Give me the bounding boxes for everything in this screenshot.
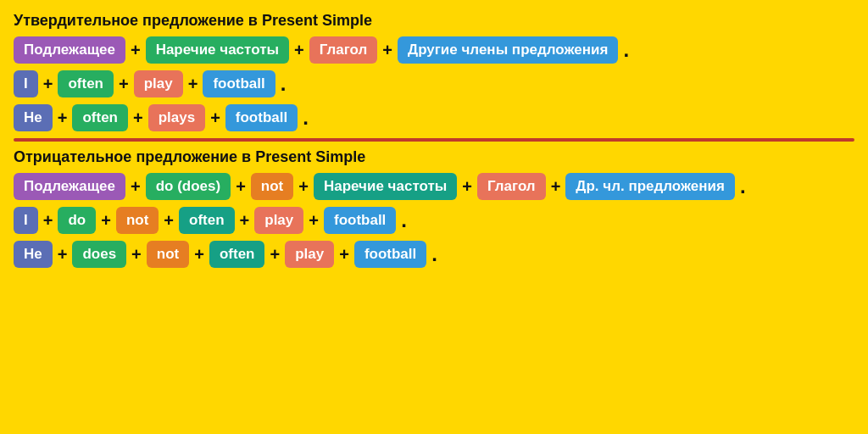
plus-ne1-2: +	[101, 211, 111, 231]
pill-adverb: Наречие частоты	[146, 36, 289, 64]
pill-neg-adverb: Наречие частоты	[314, 173, 457, 200]
dot-neg-formula: .	[740, 175, 746, 198]
pill-plays: plays	[148, 104, 205, 131]
pill-football-neg2: football	[354, 241, 426, 268]
plus-e1-3: +	[188, 75, 198, 94]
pill-play-neg1: play	[254, 207, 303, 234]
plus-n1: +	[131, 177, 141, 197]
plus-n5: +	[551, 177, 561, 197]
pill-not2: not	[147, 241, 189, 268]
pill-football2: football	[225, 104, 298, 131]
section2-formula: Подлежащее + do (does) + not + Наречие ч…	[14, 173, 854, 200]
pill-he-neg: He	[14, 241, 53, 268]
dot-ne1: .	[401, 209, 407, 232]
plus3: +	[382, 41, 392, 60]
dot1: .	[623, 38, 629, 62]
plus-ne1-1: +	[43, 211, 53, 231]
pill-often1: often	[58, 70, 114, 97]
pill-not1: not	[116, 207, 159, 234]
section2-example2: He + does + not + often + play + footbal…	[14, 241, 854, 268]
plus-ne2-1: +	[58, 245, 68, 264]
plus1: +	[131, 41, 141, 60]
pill-often-neg1: often	[179, 207, 235, 234]
pill-subject: Подлежащее	[14, 36, 125, 64]
pill-football-neg1: football	[324, 207, 396, 234]
dot-e2: .	[303, 106, 309, 130]
plus2: +	[294, 41, 304, 60]
pill-often-neg2: often	[209, 241, 265, 268]
divider	[14, 138, 854, 142]
pill-play-neg2: play	[285, 241, 334, 268]
plus-e2-3: +	[210, 108, 220, 128]
section2-title: Отрицательное предложение в Present Simp…	[14, 148, 854, 166]
pill-play1: play	[134, 70, 183, 97]
plus-n2: +	[236, 177, 246, 197]
pill-other-neg: Др. чл. предложения	[565, 173, 735, 200]
plus-e1-1: +	[43, 75, 53, 94]
plus-n4: +	[462, 177, 472, 197]
pill-neg-verb: Глагол	[477, 173, 546, 200]
plus-ne1-4: +	[240, 211, 250, 231]
plus-ne2-3: +	[194, 245, 204, 264]
pill-neg-subject: Подлежащее	[14, 173, 125, 200]
plus-e2-1: +	[58, 108, 68, 128]
section2-example1: I + do + not + often + play + football .	[14, 207, 854, 234]
pill-i1: I	[14, 70, 38, 97]
plus-ne2-2: +	[131, 245, 142, 264]
plus-ne2-4: +	[270, 245, 280, 264]
plus-ne1-5: +	[309, 211, 319, 231]
dot-ne2: .	[431, 242, 437, 266]
pill-does: does	[72, 241, 126, 268]
pill-i-neg1: I	[14, 207, 38, 234]
section1-title: Утвердительное предложение в Present Sim…	[14, 12, 854, 30]
pill-other-members: Другие члены предложения	[398, 36, 618, 64]
plus-n3: +	[298, 177, 309, 197]
plus-e2-2: +	[133, 108, 143, 128]
section1-example1: I + often + play + football .	[14, 70, 854, 97]
plus-e1-2: +	[119, 75, 129, 94]
pill-he1: He	[14, 104, 53, 131]
pill-verb: Глагол	[309, 36, 378, 64]
pill-do-does: do (does)	[146, 173, 231, 200]
plus-ne2-5: +	[339, 245, 349, 264]
pill-not-formula: not	[251, 173, 293, 200]
pill-football1: football	[203, 70, 275, 97]
section1-example2: He + often + plays + football .	[14, 104, 854, 131]
dot-e1: .	[281, 72, 287, 96]
section1-formula: Подлежащее + Наречие частоты + Глагол + …	[14, 36, 854, 64]
pill-do: do	[58, 207, 96, 234]
pill-often2: often	[72, 104, 128, 131]
plus-ne1-3: +	[164, 211, 174, 231]
